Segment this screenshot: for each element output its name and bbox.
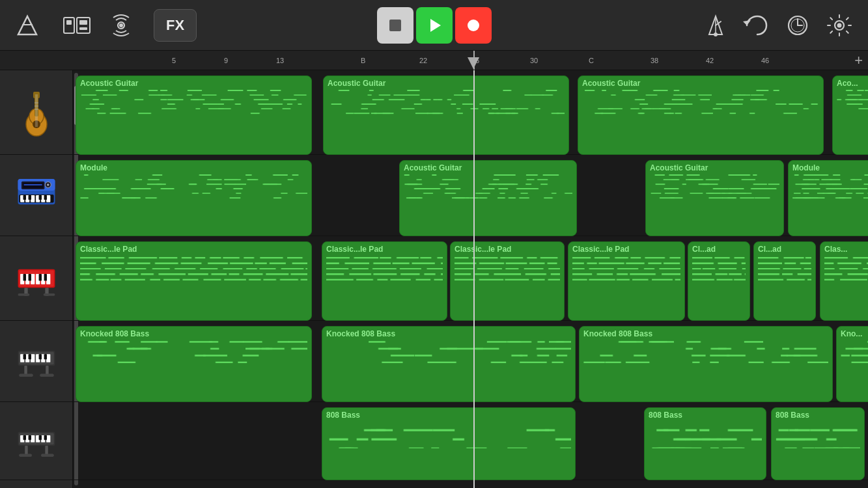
acoustic-guitar-icon-container: [16, 92, 57, 133]
track-header-4[interactable]: [0, 321, 72, 402]
svg-rect-4: [66, 20, 72, 25]
clip-title-ag-4: Aco...: [837, 79, 868, 88]
clip-title-ag-1: Acoustic Guitar: [80, 79, 307, 88]
svg-marker-21: [468, 57, 479, 69]
svg-rect-47: [38, 195, 41, 200]
clip-mod-3[interactable]: Acoustic Guitar: [645, 160, 784, 236]
svg-rect-77: [44, 354, 46, 359]
track-header-5[interactable]: [0, 402, 72, 480]
clip-808-2[interactable]: 808 Bass: [644, 407, 766, 480]
undo-button[interactable]: [738, 8, 774, 42]
ruler-label-13: 13: [276, 57, 284, 64]
stop-button[interactable]: [377, 7, 413, 44]
svg-point-20: [837, 23, 842, 27]
svg-rect-75: [28, 354, 31, 359]
svg-rect-80: [19, 374, 33, 377]
notes-808-3: [776, 421, 860, 448]
clip-mod-2[interactable]: Acoustic Guitar: [399, 160, 577, 236]
svg-rect-97: [41, 454, 54, 456]
clip-title-pad-6: Cl...ad: [758, 245, 811, 254]
ruler-label-B: B: [361, 57, 365, 64]
broadcast-button[interactable]: [102, 8, 141, 42]
svg-rect-92: [38, 435, 41, 440]
settings-button[interactable]: [821, 8, 858, 42]
ruler: 5 9 13 B 22 26 30 C 38 42 46 +: [0, 51, 868, 70]
fx-button[interactable]: FX: [154, 9, 197, 42]
clip-pad-3[interactable]: Classic...le Pad: [450, 241, 565, 321]
track-header-1[interactable]: [0, 70, 72, 155]
track-header-2[interactable]: [0, 155, 72, 236]
clip-title-bass-3: Knocked 808 Bass: [583, 329, 828, 338]
clip-bass-1[interactable]: Knocked 808 Bass: [76, 326, 312, 402]
history-icon: [782, 11, 813, 40]
svg-rect-1: [22, 24, 33, 25]
svg-rect-5: [79, 20, 87, 25]
notes-mod-3: [650, 174, 779, 201]
track-headers: [0, 70, 73, 488]
clip-title-ag-3: Acoustic Guitar: [582, 79, 819, 88]
notes-ag-4: [837, 89, 868, 116]
svg-point-11: [468, 20, 479, 31]
play-button[interactable]: [416, 7, 453, 44]
svg-rect-35: [22, 182, 43, 188]
svg-rect-57: [46, 273, 50, 284]
svg-rect-89: [46, 435, 50, 442]
keyboard3-icon: [16, 418, 57, 465]
clip-title-pad-7: Clas...: [824, 245, 868, 254]
add-track-button[interactable]: +: [854, 52, 863, 69]
clip-ag-2[interactable]: Acoustic Guitar: [323, 75, 569, 155]
notes-mod-1: [80, 174, 307, 201]
track-row-1: Acoustic Guitar Acoustic Guitar Acoustic…: [73, 70, 868, 155]
clip-pad-2[interactable]: Classic...le Pad: [322, 241, 447, 321]
svg-rect-76: [38, 354, 41, 359]
clip-pad-7[interactable]: Clas...: [820, 241, 868, 321]
clip-pad-6[interactable]: Cl...ad: [753, 241, 816, 321]
track-lanes: Acoustic Guitar Acoustic Guitar Acoustic…: [73, 70, 868, 488]
clip-bass-3[interactable]: Knocked 808 Bass: [579, 326, 833, 402]
clip-title-mod-3: Acoustic Guitar: [650, 163, 779, 172]
track-row-2: Module Acoustic Guitar Acoustic Guitar M…: [73, 155, 868, 236]
ruler-label-5: 5: [172, 57, 176, 64]
module-icon: [16, 172, 57, 219]
svg-rect-96: [19, 454, 32, 456]
clip-pad-1[interactable]: Classic...le Pad: [76, 241, 312, 321]
clip-mod-4[interactable]: Module: [788, 160, 868, 236]
ruler-label-30: 30: [530, 57, 538, 64]
clip-title-bass-4: Kno...: [841, 329, 868, 338]
track-row-5: 808 Bass 808 Bass 808 Bass 808: [73, 402, 868, 480]
clip-bass-2[interactable]: Knocked 808 Bass: [322, 326, 576, 402]
broadcast-icon: [104, 11, 138, 40]
svg-marker-10: [430, 19, 441, 32]
clip-pad-5[interactable]: Cl...ad: [688, 241, 750, 321]
svg-rect-90: [23, 435, 25, 440]
clip-title-mod-4: Module: [792, 163, 868, 172]
notes-ag-1: [80, 89, 307, 116]
ruler-label-C: C: [589, 57, 594, 64]
menu-button[interactable]: [10, 8, 44, 42]
clip-ag-1[interactable]: Acoustic Guitar: [76, 75, 312, 155]
clip-pad-4[interactable]: Classic...le Pad: [568, 241, 685, 321]
notes-pad-2: [326, 255, 443, 282]
record-button[interactable]: [455, 7, 492, 44]
clip-ag-4[interactable]: Aco...: [832, 75, 868, 155]
notes-pad-1: [80, 255, 307, 282]
notes-808-1: [326, 421, 571, 448]
svg-point-15: [714, 33, 718, 36]
metronome-button[interactable]: [699, 8, 733, 42]
clip-title-pad-5: Cl...ad: [692, 245, 746, 254]
svg-rect-60: [38, 273, 41, 280]
clip-ag-3[interactable]: Acoustic Guitar: [578, 75, 824, 155]
layout-icon: [60, 11, 94, 40]
playhead-marker: [468, 57, 479, 69]
clip-mod-1[interactable]: Module: [76, 160, 312, 236]
svg-point-37: [47, 183, 49, 186]
notes-bass-1: [80, 340, 307, 367]
history-button[interactable]: [779, 8, 816, 42]
track-header-3[interactable]: [0, 236, 72, 321]
acoustic-guitar-icon: [18, 87, 55, 139]
clip-808-3[interactable]: 808 Bass: [771, 407, 865, 480]
clip-808-1[interactable]: 808 Bass: [322, 407, 576, 480]
clip-bass-4[interactable]: Kno...: [836, 326, 868, 402]
keyboard-icon-container: [16, 258, 57, 299]
layout-button[interactable]: [57, 8, 96, 42]
